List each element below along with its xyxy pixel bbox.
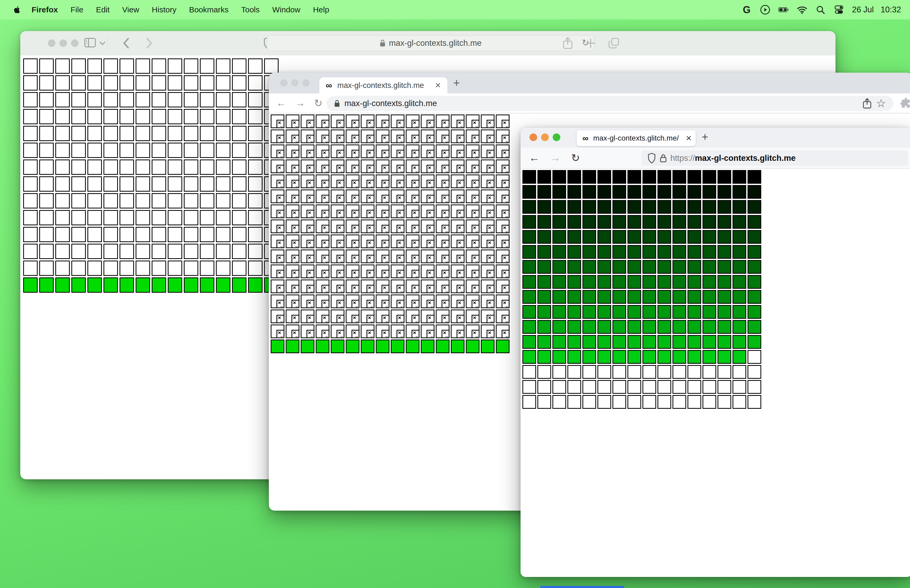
broken-image-icon: ×⌣	[427, 225, 434, 233]
gl-context-cell	[152, 227, 166, 242]
broken-image-icon: ×⌣	[472, 315, 479, 322]
spotlight-search-icon[interactable]	[815, 5, 826, 15]
gl-context-cell: ×⌣	[406, 325, 419, 338]
zoom-button[interactable]	[302, 79, 309, 86]
close-tab-icon[interactable]: ✕	[684, 134, 692, 143]
new-tab-button[interactable]: +	[702, 131, 708, 144]
menu-item-history[interactable]: History	[145, 5, 183, 14]
zoom-button[interactable]	[71, 39, 78, 47]
broken-image-icon: ×⌣	[441, 285, 449, 292]
minimize-button[interactable]	[291, 79, 298, 86]
gl-context-cell	[537, 230, 551, 244]
extensions-puzzle-icon[interactable]	[900, 97, 910, 109]
broken-image-icon: ×⌣	[502, 330, 509, 338]
gl-context-cell	[537, 260, 551, 274]
broken-image-icon: ×⌣	[381, 255, 389, 262]
lock-icon[interactable]	[660, 154, 667, 163]
broken-image-wave: ⌣	[430, 259, 433, 264]
new-tab-icon[interactable]	[585, 37, 596, 50]
menu-item-window[interactable]: Window	[266, 5, 307, 14]
chevron-down-icon[interactable]	[99, 41, 105, 46]
control-center-icon[interactable]	[834, 5, 844, 15]
reload-icon[interactable]: ↻	[314, 97, 323, 109]
broken-image-icon: ×⌣	[307, 150, 314, 157]
broken-image-icon: ×⌣	[396, 180, 404, 187]
menu-item-firefox[interactable]: Firefox	[25, 5, 64, 14]
menu-item-tools[interactable]: Tools	[235, 5, 266, 14]
broken-image-wave: ⌣	[355, 259, 358, 264]
broken-image-wave: ⌣	[415, 274, 419, 279]
share-icon[interactable]	[562, 37, 573, 50]
forward-icon[interactable]: →	[295, 97, 305, 109]
gl-context-cell	[658, 365, 671, 379]
g-status-icon[interactable]: G	[742, 5, 752, 15]
gl-context-cell	[672, 245, 686, 259]
menu-bar-clock[interactable]: 26 Jul 10:32	[852, 5, 901, 15]
new-tab-button[interactable]: +	[453, 76, 460, 89]
share-icon[interactable]	[862, 98, 872, 109]
gl-context-cell	[232, 160, 246, 175]
firefox-address-bar[interactable]: https://max-gl-contexts.glitch.me	[642, 150, 908, 166]
minimize-button[interactable]	[60, 39, 67, 47]
forward-icon[interactable]	[146, 37, 153, 49]
close-tab-icon[interactable]: ✕	[435, 81, 441, 90]
gl-context-cell	[687, 230, 701, 244]
broken-image-icon: ×⌣	[457, 150, 464, 157]
gl-context-cell: ×⌣	[271, 160, 284, 173]
reload-icon[interactable]: ↻	[571, 152, 580, 164]
close-button[interactable]	[48, 39, 55, 47]
gl-context-cell	[718, 305, 731, 319]
gl-context-cell	[567, 275, 581, 289]
broken-image-icon: ×⌣	[441, 120, 449, 128]
play-status-icon[interactable]	[760, 5, 771, 15]
gl-context-cell	[120, 176, 134, 192]
gl-context-cell	[582, 335, 596, 349]
broken-image-icon: ×⌣	[381, 195, 389, 202]
broken-image-wave: ⌣	[340, 154, 343, 159]
broken-image-wave: ⌣	[310, 319, 314, 324]
gl-context-cell: ×⌣	[286, 189, 299, 203]
gl-context-cell: ×⌣	[406, 174, 419, 188]
back-icon[interactable]	[123, 37, 129, 49]
gl-context-cell: ×⌣	[331, 220, 344, 233]
gl-context-cell	[642, 230, 656, 244]
gl-context-cell: ×⌣	[316, 279, 330, 293]
menu-item-bookmarks[interactable]: Bookmarks	[183, 5, 235, 14]
back-icon[interactable]: ←	[276, 97, 286, 109]
menu-item-edit[interactable]: Edit	[89, 5, 116, 14]
bookmark-star-icon[interactable]: ☆	[876, 98, 886, 109]
gl-context-cell	[87, 75, 102, 90]
apple-menu-icon[interactable]	[12, 4, 22, 15]
chrome-address-bar[interactable]: max-gl-contexts.glitch.me ☆	[327, 96, 894, 111]
gl-context-cell: ×⌣	[466, 144, 480, 158]
broken-image-icon: ×⌣	[412, 195, 419, 202]
gl-context-cell: ×⌣	[286, 294, 299, 308]
battery-charging-icon[interactable]	[778, 5, 789, 15]
close-button[interactable]	[280, 79, 287, 86]
menu-item-view[interactable]: View	[116, 5, 145, 14]
broken-image-wave: ⌣	[490, 289, 493, 294]
chrome-window-controls	[280, 79, 309, 86]
firefox-active-tab[interactable]: ∞ max-gl-contexts.glitch.me/ ✕	[577, 130, 696, 146]
menu-item-file[interactable]: File	[64, 5, 89, 14]
gl-context-cell: ×⌣	[301, 310, 314, 323]
broken-image-icon: ×⌣	[441, 195, 449, 202]
back-icon[interactable]: ←	[529, 152, 540, 164]
shield-icon[interactable]	[647, 153, 656, 164]
wifi-icon[interactable]	[797, 5, 807, 15]
zoom-button[interactable]	[553, 133, 560, 141]
gl-context-cell	[120, 143, 134, 158]
chrome-active-tab[interactable]: ∞ max-gl-contexts.glitch.me ✕	[319, 78, 448, 94]
tab-overview-icon[interactable]	[608, 37, 620, 50]
gl-context-cell: ×⌣	[316, 294, 330, 308]
gl-context-cell	[567, 395, 581, 409]
safari-address-bar[interactable]: max-gl-contexts.glitch.me ↻	[267, 35, 594, 51]
sidebar-icon[interactable]	[84, 37, 96, 48]
forward-icon[interactable]: →	[550, 152, 561, 164]
close-button[interactable]	[530, 133, 537, 141]
minimize-button[interactable]	[541, 133, 549, 141]
menu-item-help[interactable]: Help	[307, 5, 336, 14]
broken-image-icon: ×⌣	[457, 120, 464, 128]
gl-context-cell	[658, 290, 671, 304]
gl-context-cell	[537, 170, 551, 184]
